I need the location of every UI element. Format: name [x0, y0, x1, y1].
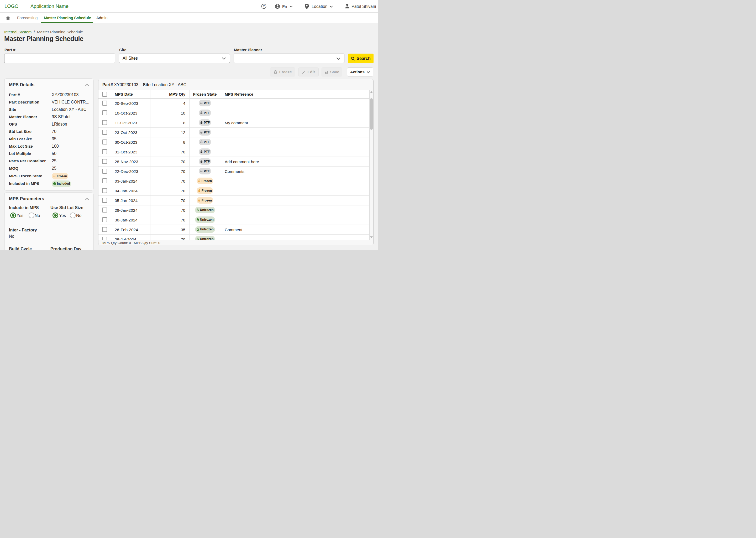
svg-text:?: ? — [263, 4, 264, 8]
